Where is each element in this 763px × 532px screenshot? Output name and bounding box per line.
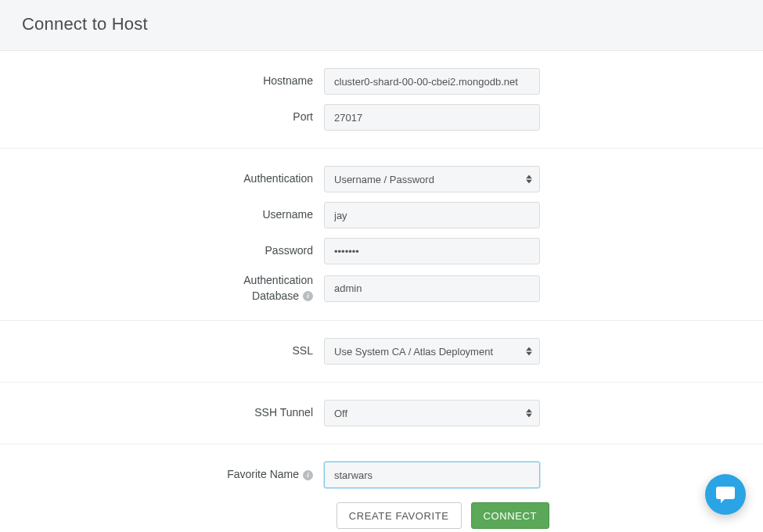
row-password: Password [0,238,763,264]
chat-icon [715,485,736,504]
create-favorite-button[interactable]: CREATE FAVORITE [337,502,462,529]
label-ssl: SSL [0,344,324,358]
row-hostname: Hostname [0,68,763,95]
button-row: CREATE FAVORITE CONNECT [0,502,549,529]
label-authentication: Authentication [0,172,324,186]
row-port: Port [0,104,763,131]
section-authentication: Authentication Username / Password Usern… [0,149,763,321]
page-title: Connect to Host [22,14,741,34]
select-sshtunnel[interactable]: Off [324,400,540,426]
label-authdb-line2: Database [252,289,299,304]
row-favorite: Favorite Name i [0,462,763,488]
select-authentication-wrap: Username / Password [324,166,540,192]
input-hostname[interactable] [324,68,540,95]
input-authdb[interactable] [324,275,540,302]
connect-button[interactable]: CONNECT [471,502,549,529]
label-port: Port [0,110,324,124]
row-authdb: Authentication Database i [0,274,763,303]
select-ssl-wrap: Use System CA / Atlas Deployment [324,338,540,365]
label-password: Password [0,244,324,258]
input-favorite[interactable] [324,462,540,488]
row-ssl: SSL Use System CA / Atlas Deployment [0,338,763,365]
select-authentication[interactable]: Username / Password [324,166,540,192]
label-sshtunnel: SSH Tunnel [0,406,324,420]
info-icon: i [303,470,313,480]
input-username[interactable] [324,202,540,228]
chat-launcher[interactable] [705,474,746,515]
label-hostname: Hostname [0,74,324,88]
row-authentication: Authentication Username / Password [0,166,763,192]
info-icon: i [303,291,313,301]
label-authdb-line1: Authentication [243,274,313,288]
row-sshtunnel: SSH Tunnel Off [0,400,763,426]
section-favorite: Favorite Name i CREATE FAVORITE CONNECT [0,444,763,532]
input-port[interactable] [324,104,540,131]
select-ssl[interactable]: Use System CA / Atlas Deployment [324,338,540,365]
label-favorite: Favorite Name i [0,468,324,482]
page-header: Connect to Host [0,0,763,51]
section-ssl: SSL Use System CA / Atlas Deployment [0,321,763,383]
row-username: Username [0,202,763,228]
section-host: Hostname Port [0,51,763,149]
label-authdb: Authentication Database i [0,274,324,303]
section-sshtunnel: SSH Tunnel Off [0,383,763,444]
select-sshtunnel-wrap: Off [324,400,540,426]
input-password[interactable] [324,238,540,264]
label-username: Username [0,208,324,222]
